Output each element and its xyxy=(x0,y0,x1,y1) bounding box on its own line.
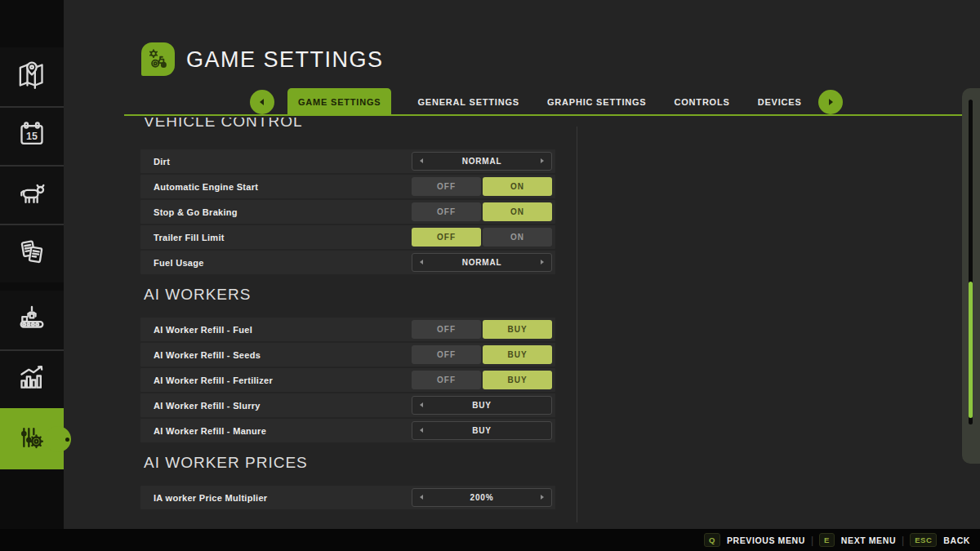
toggle-option-off[interactable]: OFF xyxy=(412,228,481,247)
selector-next-icon[interactable] xyxy=(541,260,544,264)
game-settings-screen: 15 GAME SETTINGS GAME SETTINGSGENERAL SE… xyxy=(0,0,980,551)
sidebar-item-calendar[interactable]: 15 xyxy=(0,106,64,165)
setting-label: AI Worker Refill - Manure xyxy=(154,426,266,436)
sidebar-item-animals[interactable] xyxy=(0,165,64,224)
key-hint-label: PREVIOUS MENU xyxy=(727,535,805,545)
page-title: GAME SETTINGS xyxy=(186,47,384,73)
selector-value: NORMAL xyxy=(462,258,502,267)
chevron-right-icon xyxy=(829,99,833,105)
toggle-option-off[interactable]: OFF xyxy=(412,371,481,389)
sidebar-item-contracts[interactable] xyxy=(0,224,64,282)
setting-row-ai-worker-refill-fertilizer: AI Worker Refill - FertilizerOFFBUY xyxy=(140,368,555,392)
selector-value: NORMAL xyxy=(462,157,502,166)
setting-label: AI Worker Refill - Seeds xyxy=(154,350,261,360)
tabs-prev-button[interactable] xyxy=(250,90,274,114)
tab-graphic-settings[interactable]: GRAPHIC SETTINGS xyxy=(546,88,648,116)
selector-prev-icon[interactable] xyxy=(420,260,423,264)
sidebar-item-statistics[interactable] xyxy=(0,349,64,408)
selector-value: BUY xyxy=(472,426,492,435)
key-hint-previous-menu: QPREVIOUS MENU xyxy=(704,533,805,547)
setting-row-ia-worker-price-multiplier: IA worker Price Multiplier200% xyxy=(140,486,555,509)
setting-label: Fuel Usage xyxy=(154,258,204,268)
dirt-selector[interactable]: NORMAL xyxy=(412,152,552,171)
key-hint-back: ESCBACK xyxy=(910,533,970,547)
setting-row-fuel-usage: Fuel UsageNORMAL xyxy=(140,251,555,274)
selector-next-icon[interactable] xyxy=(541,495,544,500)
sidebar-item-settings[interactable] xyxy=(0,408,64,469)
ai-worker-refill-manure-selector[interactable]: BUY xyxy=(412,421,552,440)
key-hint-next-menu: ENEXT MENU xyxy=(819,533,896,547)
tab-game-settings[interactable]: GAME SETTINGS xyxy=(287,88,391,116)
tab-underline xyxy=(124,114,962,116)
trailer-fill-limit-toggle: OFFON xyxy=(412,228,552,247)
settings-content: VEHICLE CONTROLDirtNORMALAutomatic Engin… xyxy=(140,118,555,523)
statistics-icon xyxy=(16,362,48,398)
setting-row-ai-worker-refill-slurry: AI Worker Refill - SlurryBUY xyxy=(140,393,555,417)
setting-label: AI Worker Refill - Slurry xyxy=(154,401,261,411)
setting-label: Stop & Go Braking xyxy=(154,207,238,217)
selector-prev-icon[interactable] xyxy=(420,495,423,500)
setting-row-ai-worker-refill-seeds: AI Worker Refill - SeedsOFFBUY xyxy=(140,343,555,367)
selector-value: 200% xyxy=(470,493,494,502)
ai-worker-refill-seeds-toggle: OFFBUY xyxy=(412,345,552,364)
selector-next-icon[interactable] xyxy=(541,158,544,163)
ai-worker-refill-fuel-toggle: OFFBUY xyxy=(412,320,552,339)
toggle-option-off[interactable]: OFF xyxy=(412,202,481,221)
production-icon xyxy=(16,302,48,338)
toggle-option-on[interactable]: ON xyxy=(483,177,552,196)
scrollbar-thumb[interactable] xyxy=(969,282,973,418)
tab-general-settings[interactable]: GENERAL SETTINGS xyxy=(416,88,520,116)
setting-row-stop-go-braking: Stop & Go BrakingOFFON xyxy=(140,200,555,224)
tabs-next-button[interactable] xyxy=(818,90,843,114)
ai-worker-refill-slurry-selector[interactable]: BUY xyxy=(412,396,552,415)
setting-row-trailer-fill-limit: Trailer Fill LimitOFFON xyxy=(140,225,555,249)
setting-label: Automatic Engine Start xyxy=(154,182,258,192)
key-badge-e[interactable]: E xyxy=(819,533,835,547)
hint-separator: | xyxy=(902,535,904,546)
toggle-option-on[interactable]: ON xyxy=(483,228,552,247)
toggle-option-off[interactable]: OFF xyxy=(412,177,481,196)
setting-row-dirt: DirtNORMAL xyxy=(140,149,555,173)
setting-label: Trailer Fill Limit xyxy=(154,233,225,242)
tab-devices[interactable]: DEVICES xyxy=(756,88,804,116)
contracts-icon xyxy=(16,236,48,272)
svg-text:15: 15 xyxy=(26,131,38,142)
sidebar-item-production[interactable] xyxy=(0,291,64,349)
section-ai-workers: AI WORKERSAI Worker Refill - FuelOFFBUYA… xyxy=(140,286,555,442)
hint-separator: | xyxy=(811,535,813,546)
selector-prev-icon[interactable] xyxy=(420,402,423,407)
key-badge-q[interactable]: Q xyxy=(704,533,720,547)
main-panel: GAME SETTINGS GAME SETTINGSGENERAL SETTI… xyxy=(64,0,980,529)
setting-label: AI Worker Refill - Fertilizer xyxy=(154,375,273,385)
setting-row-automatic-engine-start: Automatic Engine StartOFFON xyxy=(140,175,555,198)
sidebar-item-map[interactable] xyxy=(0,47,64,106)
selector-value: BUY xyxy=(472,401,492,410)
section-title: VEHICLE CONTROL xyxy=(144,118,555,131)
ia-worker-price-multiplier-selector[interactable]: 200% xyxy=(412,488,552,507)
map-icon xyxy=(16,59,48,95)
setting-label: IA worker Price Multiplier xyxy=(154,493,267,503)
section-vehicle-control: VEHICLE CONTROLDirtNORMALAutomatic Engin… xyxy=(140,118,555,274)
setting-row-ai-worker-refill-fuel: AI Worker Refill - FuelOFFBUY xyxy=(140,318,555,341)
scrollbar-track[interactable] xyxy=(969,100,973,424)
animals-icon xyxy=(16,177,48,213)
toggle-option-buy[interactable]: BUY xyxy=(483,371,552,389)
section-title: AI WORKERS xyxy=(144,286,555,304)
selector-prev-icon[interactable] xyxy=(420,158,423,163)
fuel-usage-selector[interactable]: NORMAL xyxy=(412,253,552,272)
key-hint-label: BACK xyxy=(943,535,970,545)
section-title: AI WORKER PRICES xyxy=(144,454,555,472)
scrollbar[interactable] xyxy=(962,88,980,464)
tab-bar: GAME SETTINGSGENERAL SETTINGSGRAPHIC SET… xyxy=(250,88,843,116)
tab-controls[interactable]: CONTROLS xyxy=(673,88,732,116)
key-badge-esc[interactable]: ESC xyxy=(910,533,937,547)
toggle-option-off[interactable]: OFF xyxy=(412,345,481,364)
page-header: GAME SETTINGS xyxy=(64,0,980,82)
toggle-option-off[interactable]: OFF xyxy=(412,320,481,339)
toggle-option-on[interactable]: ON xyxy=(483,202,552,221)
toggle-option-buy[interactable]: BUY xyxy=(483,345,552,364)
selector-prev-icon[interactable] xyxy=(420,428,423,433)
setting-label: AI Worker Refill - Fuel xyxy=(154,325,252,335)
toggle-option-buy[interactable]: BUY xyxy=(483,320,552,339)
key-hint-label: NEXT MENU xyxy=(841,535,896,545)
